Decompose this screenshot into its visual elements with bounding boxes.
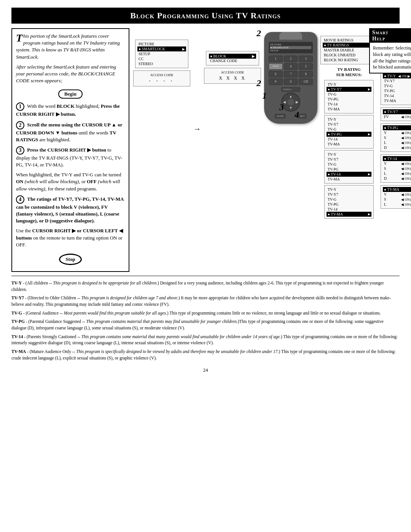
remote-btn-7[interactable]: 7 [284, 71, 298, 77]
remote-btn-ch[interactable]: CH [299, 78, 313, 85]
tvpg-s-label: S [384, 136, 386, 140]
tvpg-l-status: ◀ ON ▶ [401, 141, 411, 145]
tvpg-s-row: S ◀ ON ▶ OR OFF [384, 135, 411, 140]
smartlock-row-cc: CC [139, 56, 185, 61]
smartlock-row-picture: PICTURE [139, 42, 185, 46]
remote-btn-5[interactable]: 5 [299, 63, 313, 70]
tvma-list-tvy7: TV-Y7 [328, 192, 370, 197]
tvy-label-bold: TV-Y [11, 281, 22, 285]
remote-extra-btn[interactable]: MTS [298, 114, 306, 118]
tvy-on-tvg: TV-G [384, 83, 411, 88]
remote-btn-4[interactable]: 4 [284, 63, 298, 70]
tvma-list-tvy: TV-Y [328, 187, 370, 192]
tv14-v-status: ◀ ON ▶ [401, 162, 411, 166]
remote-bottom-buttons: SLEEP MTS [269, 114, 313, 118]
step-overlay-2-upper: 2 [256, 28, 261, 38]
tvy7-list-screen: TV-Y ● TV-Y7 ▶ TV-G TV-PG TV-14 TV-MA [324, 80, 374, 113]
tvma-s-label: S [384, 197, 386, 201]
tvy7-fv-status: ◀ ON ▶ [401, 115, 411, 119]
nav-right[interactable]: ▶ [296, 100, 298, 104]
smartlock-row-setup: SETUP [139, 51, 185, 56]
tv14-description: TV-14 - (Parents Strongly Cautioned -- T… [11, 334, 400, 346]
block-change-screen: ● BLOCK ▶ CHANGE CODE [206, 51, 259, 66]
tvpg-d-status: ◀ ON ▶ [401, 146, 411, 150]
step-overlay-3: 3 [279, 102, 284, 112]
tvy-on-label: ● TV-Y [384, 74, 396, 78]
tv14-s-label: S [384, 166, 386, 171]
remote-btn-3[interactable]: 3 [299, 56, 313, 62]
master-disable-row: MASTER DIABLE [324, 48, 374, 53]
nav-circle: ▲ ▼ ◀ ▶ [281, 93, 300, 112]
nav-down[interactable]: ▼ [289, 106, 293, 110]
remote-btn-0[interactable]: 0 [284, 78, 298, 85]
tv14-d-status: ◀ ON ▶ [401, 177, 411, 181]
remote-status-btn[interactable]: STATUS [281, 87, 300, 92]
step-3-explanation: When highlighted, the TV-Y and TV-G can … [16, 171, 125, 192]
tvy7-fv-row: FV ◀ ON ▶ OR OFF [384, 114, 411, 119]
tvma-l-status: ◀ ON ▶ [401, 203, 411, 206]
tvma-l-row: L ◀ ON ▶ OR OFF [384, 202, 411, 207]
tv14-arrow: ▶ [368, 173, 370, 176]
tvma-detail-title: ● TV-MA [383, 187, 411, 192]
tvy-on-status: ◀ ON ▶ [398, 74, 410, 78]
remote-btn-6[interactable]: 6 [269, 71, 283, 77]
tvy-description: TV-Y - (All children -- This program is … [11, 280, 400, 292]
tvpg-label: ● TV-PG [328, 132, 342, 136]
tvg-description: TV-G - (General Audience -- Most parents… [11, 310, 400, 316]
tv14-l-label: L [384, 171, 386, 176]
remote-btn-9[interactable]: 9 [269, 78, 283, 85]
tv14-v-row: V ◀ ON ▶ OR OFF [384, 161, 411, 166]
step-4: 4 The ratings of TV-Y7, TV-PG, TV-14, TV… [16, 195, 125, 225]
remote-btn-2[interactable]: 2 [284, 56, 298, 62]
tvg-label-bold: TV-G [11, 311, 22, 315]
tvy-on-tvpg: TV-PG [384, 88, 411, 93]
nav-up[interactable]: ▲ [289, 94, 293, 98]
nav-center [287, 99, 294, 105]
block-change-col: ● BLOCK ▶ CHANGE CODE ACCESS CODE X X X … [204, 51, 261, 84]
remote-btn-1[interactable]: 1 [269, 56, 283, 62]
tvma-list-screen: TV-Y TV-Y7 TV-G TV-PG TV-14 ● TV-MA ▶ [324, 185, 374, 219]
access-code-screen-2: ACCESS CODE X X X X [204, 68, 261, 84]
step-1-num: 1 [16, 102, 24, 111]
tvpg-v-label: V [384, 131, 387, 135]
step-overlay-2-lower: 2 [256, 78, 261, 88]
smartlock-row-smartlock: ● SMARTLOCK ▶ [137, 46, 186, 51]
tvma-description: TV-MA - (Mature Audience Only -- This pr… [11, 348, 400, 361]
tvpg-list-tvy: TV-Y [328, 117, 370, 122]
change-code-row: CHANGE CODE [210, 59, 255, 63]
remote-btn-8[interactable]: 8 [299, 71, 313, 77]
tvma-label: ● TV-MA [328, 212, 343, 216]
step-1: 1 With the word BLOCK highlighted, Press… [16, 102, 125, 118]
tvpg-list-tvg: TV-G [328, 127, 370, 132]
step-3: 3 Press the CURSOR RIGHT ▶ button to dis… [16, 146, 125, 168]
tvy7-list-tv14: TV-14 [328, 102, 370, 107]
tvy7-fv-label: FV [384, 115, 389, 119]
stop-button-area: Stop [16, 251, 125, 267]
tvpg-list-screen: TV-Y TV-Y7 TV-G ● TV-PG ▶ TV-14 TV-MA [324, 115, 374, 149]
page-title: Block Programming Using TV Ratings [130, 11, 280, 20]
access-code-screen-1: ACCESS CODE - - - - [133, 70, 190, 86]
tvpg-detail-title: ● TV-PG [383, 125, 411, 130]
tvy7-detail-title: ● TV-Y7 [383, 109, 411, 114]
tvma-arrow: ▶ [368, 212, 370, 216]
tv14-label: ● TV-14 [328, 172, 341, 176]
step-3-num: 3 [16, 146, 24, 155]
cursor-instruction: Use the CURSOR RIGHT ▶ or CURSOR LEFT ◀ … [16, 227, 125, 248]
remote-wrapper: PICTURE ● SMARTLOCK SETUP 1 2 3 PWR 4 [264, 32, 317, 124]
tvma-l-label: L [384, 202, 386, 206]
tvpg-s-status: ◀ ON ▶ [401, 136, 411, 140]
smart-help-text: Remember: Selecting to block any rating … [373, 45, 411, 70]
tvy-on-row: ● TV-Y ◀ ON ▶ [383, 73, 411, 78]
tvma-list-tvma: ● TV-MA ▶ [327, 212, 371, 217]
main-layout: T his portion of the SmartLock features … [11, 28, 400, 272]
tvy-on-tv14: TV-14 [384, 93, 411, 98]
tv14-list-tvg: TV-G [328, 162, 370, 167]
remote-sleep-btn[interactable]: SLEEP [275, 114, 285, 118]
page-container: Block Programming Using TV Ratings T his… [0, 0, 411, 532]
tv14-list-tvma: TV-MA [328, 177, 370, 182]
remote-btn-power[interactable]: PWR [269, 63, 283, 70]
tvy7-list-tvg: TV-G [328, 92, 370, 97]
tvpg-l-label: L [384, 141, 386, 145]
tvy-on-tvy7: TV-Y7 [384, 78, 411, 83]
tvpg-list-tv14: TV-14 [328, 137, 370, 142]
